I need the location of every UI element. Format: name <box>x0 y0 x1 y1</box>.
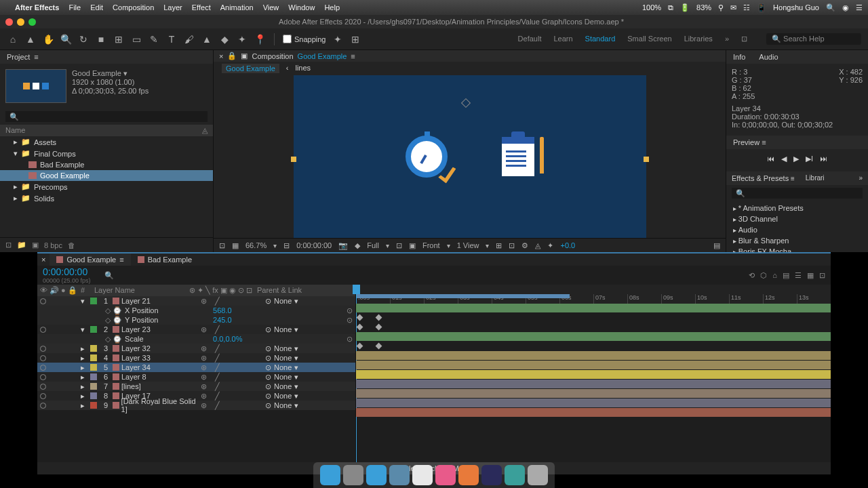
project-search-input[interactable] <box>5 111 208 122</box>
graph-editor-icon[interactable]: ▦ <box>807 271 814 280</box>
snapping-toggle[interactable]: Snapping <box>283 35 326 43</box>
orbit-tool-icon[interactable]: ↻ <box>77 33 90 45</box>
viewer-option-icon[interactable]: ⊡ <box>509 241 515 250</box>
type-tool-icon[interactable]: T <box>165 33 178 45</box>
dock-app-finder[interactable] <box>320 465 340 485</box>
time-display[interactable]: 0:00:00:00 <box>296 241 332 249</box>
puppet-tool-icon[interactable]: 📍 <box>254 33 266 45</box>
layer-row[interactable]: ▸9 [Dark Royal Blue Solid 1]⊛ ╱⊙ None ▾ <box>37 401 355 410</box>
shy-icon[interactable]: ⌂ <box>772 271 777 280</box>
layer-row[interactable]: ▸7 [lines]⊛ ╱⊙ None ▾ <box>37 382 355 391</box>
wifi-icon[interactable]: ⚲ <box>718 3 724 12</box>
close-window-button[interactable] <box>5 18 13 26</box>
info-tab[interactable]: Info <box>726 50 752 64</box>
control-center-icon[interactable]: ☰ <box>856 3 863 12</box>
snap-option-icon[interactable]: ✦ <box>332 33 344 45</box>
selection-tool-icon[interactable]: ▲ <box>24 33 37 45</box>
effects-category[interactable]: ▸ Blur & Sharpen <box>726 235 868 246</box>
comp-bad-example[interactable]: Bad Example <box>0 159 213 170</box>
comp-thumbnail[interactable] <box>5 69 66 103</box>
layer-row[interactable]: ▸6 Layer 8⊛ ╱⊙ None ▾ <box>37 372 355 382</box>
roto-tool-icon[interactable]: ✦ <box>236 33 248 45</box>
pen-tool-icon[interactable]: ✎ <box>148 33 160 45</box>
breadcrumb-item[interactable]: lines <box>295 64 311 73</box>
effects-category[interactable]: ▸ 3D Channel <box>726 214 868 224</box>
layer-bar[interactable] <box>356 399 831 407</box>
composition-viewer[interactable] <box>214 75 726 238</box>
timeline-search-icon[interactable]: 🔍 <box>104 271 114 280</box>
menu-edit[interactable]: Edit <box>90 3 103 12</box>
property-row[interactable]: ◇ ⌚Y Position245.0⊙ <box>37 315 355 325</box>
layer-bar[interactable] <box>356 361 831 369</box>
menu-composition[interactable]: Composition <box>113 3 154 12</box>
folder-final-comps[interactable]: ▾ 📁 Final Comps <box>0 148 213 159</box>
trash-icon[interactable]: 🗑 <box>68 241 75 249</box>
dock-app-safari[interactable] <box>366 465 387 485</box>
layer-bar[interactable] <box>356 351 831 360</box>
layer-bar[interactable] <box>356 380 831 388</box>
stamp-tool-icon[interactable]: ▲ <box>201 33 213 45</box>
first-frame-icon[interactable]: ⏮ <box>767 155 774 163</box>
prev-frame-icon[interactable]: ◀ <box>781 155 787 163</box>
comp-tab-name[interactable]: Good Example <box>298 52 347 60</box>
layer-row[interactable]: ▾1 Layer 21⊛ ╱⊙ None ▾ <box>37 296 355 306</box>
minimize-window-button[interactable] <box>17 18 24 26</box>
dock-app-launchpad[interactable] <box>343 465 363 485</box>
folder-solids[interactable]: ▸ 📁 Solids <box>0 192 213 204</box>
layer-row[interactable]: ▾2 Layer 23⊛ ╱⊙ None ▾ <box>37 325 355 334</box>
spotlight-icon[interactable]: 🔍 <box>826 3 835 12</box>
user-label[interactable]: Hongshu Guo <box>773 3 819 12</box>
next-frame-icon[interactable]: ▶I <box>806 155 813 163</box>
folder-assets[interactable]: ▸ 📁 Assets <box>0 136 213 148</box>
frame-blend-icon[interactable]: ▤ <box>783 271 789 280</box>
snapshot-icon[interactable]: 📷 <box>338 241 348 250</box>
layer-bar[interactable] <box>356 370 831 379</box>
dock-app-trash[interactable] <box>528 465 548 485</box>
zoom-tool-icon[interactable]: 🔍 <box>60 33 72 45</box>
timeline-tab-bad[interactable]: Bad Example <box>131 253 199 266</box>
bpc-toggle[interactable]: 8 bpc <box>44 241 62 249</box>
comp-flowchart-icon[interactable]: ⟲ <box>749 271 755 280</box>
hand-tool-icon[interactable]: ✋ <box>42 33 54 45</box>
layer-row[interactable]: ▸4 Layer 33⊛ ╱⊙ None ▾ <box>37 353 355 363</box>
panel-menu-icon[interactable]: ≡ <box>351 52 355 60</box>
resolution-icon[interactable]: ⊟ <box>283 241 290 250</box>
menu-animation[interactable]: Animation <box>220 3 254 12</box>
timeline-tab-good[interactable]: Good Example ≡ <box>50 253 130 266</box>
graph-editor-icon[interactable]: ⊡ <box>819 271 825 280</box>
lock-icon[interactable]: 🔒 <box>227 52 237 60</box>
brush-tool-icon[interactable]: 🖌 <box>183 33 195 45</box>
eraser-tool-icon[interactable]: ◆ <box>218 33 231 45</box>
property-row[interactable]: ◇ ⌚Scale0.0,0.0%⊙ <box>37 334 355 344</box>
pan-behind-tool-icon[interactable]: ⊞ <box>113 33 125 45</box>
views-select[interactable]: 1 View <box>457 241 479 249</box>
snap-grid-icon[interactable]: ⊞ <box>349 33 361 45</box>
layer-bar[interactable] <box>356 332 831 341</box>
dock-app-aftereffects[interactable] <box>481 465 502 485</box>
last-frame-icon[interactable]: ⏭ <box>820 155 827 163</box>
rect-tool-icon[interactable]: ▭ <box>130 33 142 45</box>
dock-app-firefox[interactable] <box>458 465 479 485</box>
search-help-input[interactable]: 🔍 Search Help <box>766 33 861 45</box>
draft-3d-icon[interactable]: ⬡ <box>760 271 767 280</box>
dock-app-music[interactable] <box>435 465 456 485</box>
folder-precomps[interactable]: ▸ 📁 Precomps <box>0 181 213 192</box>
current-timecode[interactable]: 0:00:00:00 <box>43 266 91 277</box>
canvas[interactable] <box>294 75 646 238</box>
channel-icon[interactable]: ◆ <box>355 241 360 250</box>
workspace-learn[interactable]: Learn <box>553 35 572 43</box>
menu-help[interactable]: Help <box>324 3 340 12</box>
tree-type-icon[interactable]: ◬ <box>202 126 208 135</box>
menu-view[interactable]: View <box>263 3 279 12</box>
menu-window[interactable]: Window <box>288 3 315 12</box>
layer-row[interactable]: ▸5 Layer 34⊛ ╱⊙ None ▾ <box>37 363 355 372</box>
menu-file[interactable]: File <box>68 3 81 12</box>
new-comp-icon[interactable]: ▣ <box>32 241 39 249</box>
timeline-track-area[interactable]: :00s01s02s03s04s05s06s07s08s09s10s11s12s… <box>356 285 831 462</box>
viewer-option-icon[interactable]: ⚙ <box>521 241 528 250</box>
viewer-option-icon[interactable]: ✦ <box>547 241 553 250</box>
home-icon[interactable]: ⌂ <box>7 33 19 45</box>
panel-overflow-icon[interactable]: » <box>853 171 868 185</box>
new-folder-icon[interactable]: 📁 <box>17 241 26 249</box>
guides-icon[interactable]: ⊡ <box>396 241 402 250</box>
